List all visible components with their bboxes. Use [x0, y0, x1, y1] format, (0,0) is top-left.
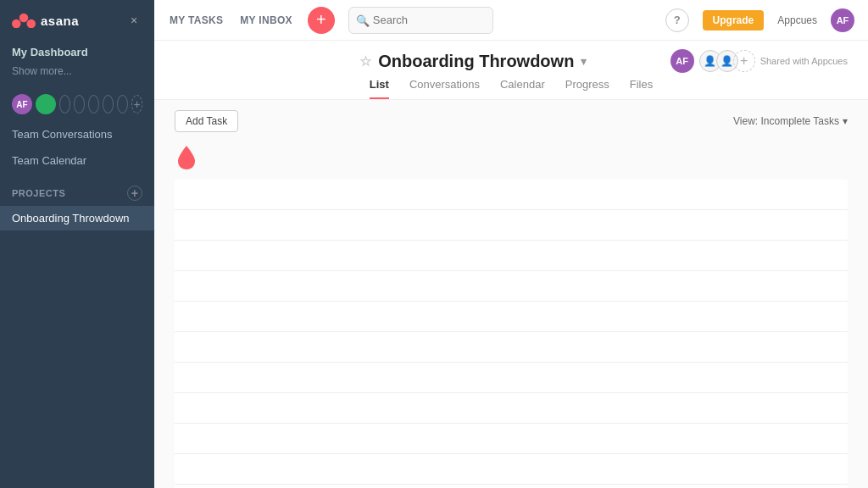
project-title: ☆ Onboarding Throwdown ▾ [359, 52, 587, 71]
sidebar-header: asana × [0, 0, 154, 37]
asana-logo-svg [12, 13, 36, 28]
close-sidebar-button[interactable]: × [125, 12, 142, 29]
sidebar-item-my-dashboard[interactable]: My Dashboard [0, 41, 154, 64]
tab-files[interactable]: Files [630, 78, 653, 99]
project-header: ☆ Onboarding Throwdown ▾ AF 👤 👤 + Shared… [154, 41, 868, 73]
sidebar-item-onboarding-throwdown[interactable]: Onboarding Throwdown [0, 206, 154, 230]
add-project-button[interactable]: + [127, 186, 142, 201]
project-dropdown-icon[interactable]: ▾ [581, 55, 587, 68]
share-avatar-af[interactable]: AF [670, 49, 694, 73]
svg-point-0 [19, 14, 29, 22]
table-row[interactable] [175, 424, 848, 454]
sidebar-item-team-conversations[interactable]: Team Conversations [0, 121, 154, 147]
sidebar-projects-section: PROJECTS + [0, 174, 154, 206]
add-task-button[interactable]: Add Task [175, 110, 238, 132]
add-button[interactable]: + [308, 7, 335, 34]
project-title-row: ☆ Onboarding Throwdown ▾ [276, 52, 670, 71]
view-selector-label: View: Incomplete Tasks [733, 115, 839, 127]
help-button[interactable]: ? [665, 8, 689, 32]
table-row[interactable] [175, 485, 848, 488]
shared-with-text: Shared with Appcues [760, 56, 848, 66]
table-row[interactable] [175, 241, 848, 271]
avatar-ghost-5 [117, 95, 128, 114]
avatar-ghost-2 [74, 95, 85, 114]
search-wrapper: 🔍 [348, 7, 493, 34]
droplet-icon [175, 144, 198, 171]
task-toolbar: Add Task View: Incomplete Tasks ▾ [175, 110, 848, 132]
sidebar-item-team-calendar[interactable]: Team Calendar [0, 147, 154, 174]
projects-label: PROJECTS [12, 188, 65, 198]
share-section: AF 👤 👤 + Shared with Appcues [670, 49, 848, 73]
topbar: MY TASKS MY INBOX + 🔍 ? Upgrade Appcues … [154, 0, 868, 41]
my-inbox-button[interactable]: MY INBOX [238, 11, 294, 30]
table-row[interactable] [175, 332, 848, 363]
share-group: 👤 👤 + [699, 50, 755, 72]
my-tasks-button[interactable]: MY TASKS [168, 11, 225, 30]
task-icon-row [175, 141, 848, 180]
table-row[interactable] [175, 210, 848, 241]
user-avatar-topbar[interactable]: AF [831, 8, 854, 32]
table-row[interactable] [175, 271, 848, 302]
search-input[interactable] [348, 7, 493, 34]
tab-progress[interactable]: Progress [565, 78, 609, 99]
table-row[interactable] [175, 393, 848, 424]
svg-point-1 [12, 19, 21, 28]
avatar-ghost-1 [59, 95, 70, 114]
project-title-text: Onboarding Throwdown [378, 52, 574, 71]
tab-list[interactable]: List [370, 78, 389, 99]
task-area: Add Task View: Incomplete Tasks ▾ [154, 100, 868, 488]
main-content: MY TASKS MY INBOX + 🔍 ? Upgrade Appcues … [154, 0, 868, 488]
sidebar-show-more[interactable]: Show more... [0, 64, 154, 84]
asana-logo: asana [12, 13, 79, 28]
sidebar-navigation: My Dashboard Show more... [0, 37, 154, 87]
table-row[interactable] [175, 302, 848, 332]
upgrade-button[interactable]: Upgrade [703, 10, 765, 30]
avatar-ghost-3 [88, 95, 99, 114]
task-list [175, 180, 848, 488]
star-icon[interactable]: ☆ [359, 53, 371, 69]
avatar-ghost-4 [103, 95, 114, 114]
avatar-user-2[interactable] [36, 94, 56, 114]
view-selector-chevron: ▾ [843, 115, 848, 127]
tab-conversations[interactable]: Conversations [409, 78, 480, 99]
view-selector[interactable]: View: Incomplete Tasks ▾ [733, 115, 848, 127]
add-member-button[interactable]: + [131, 95, 142, 114]
share-add-button[interactable]: + [733, 50, 755, 72]
sidebar-team-avatars: AF + [0, 87, 154, 121]
project-tabs: List Conversations Calendar Progress Fil… [154, 73, 868, 100]
avatar-af[interactable]: AF [12, 94, 32, 114]
tab-calendar[interactable]: Calendar [500, 78, 545, 99]
table-row[interactable] [175, 363, 848, 393]
table-row[interactable] [175, 180, 848, 210]
table-row[interactable] [175, 454, 848, 485]
appcues-label: Appcues [777, 14, 817, 26]
asana-wordmark: asana [41, 14, 79, 28]
svg-point-2 [27, 19, 36, 28]
sidebar: asana × My Dashboard Show more... AF + T… [0, 0, 154, 488]
